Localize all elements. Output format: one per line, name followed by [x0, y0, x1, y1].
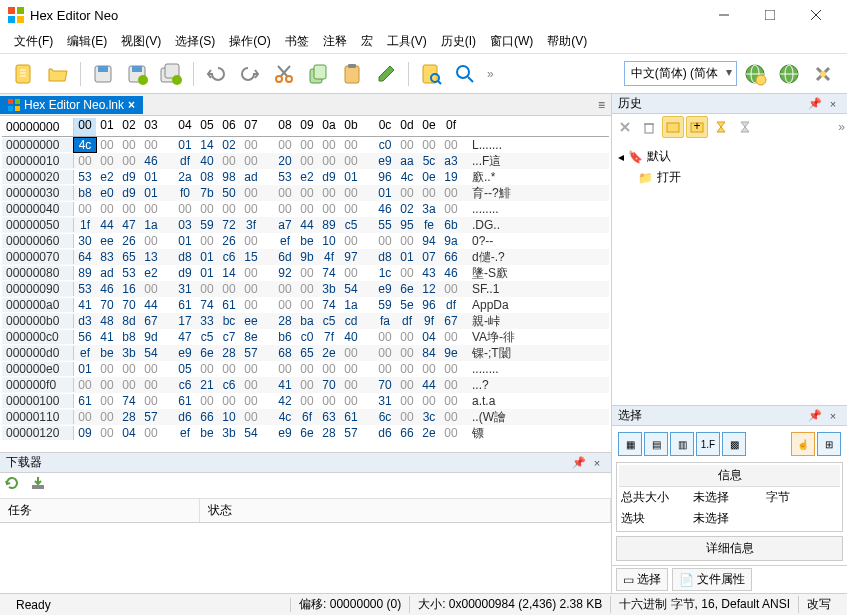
- panel-pin-icon[interactable]: 📌: [807, 96, 823, 112]
- settings-button[interactable]: [807, 58, 839, 90]
- hex-row[interactable]: 0000012009000400efbe3b54e96e2857d6662e00…: [2, 425, 609, 441]
- tab-close-icon[interactable]: ×: [128, 98, 135, 112]
- new-file-button[interactable]: [8, 58, 40, 90]
- hex-row[interactable]: 0000008089ad53e2d9011400920074001c004346…: [2, 265, 609, 281]
- hex-row[interactable]: 000000b0d3488d671733bcee28bac5cdfadf9f67…: [2, 313, 609, 329]
- hex-col-0f[interactable]: 0f: [440, 118, 462, 136]
- hex-row[interactable]: 0000002053e2d9012a0898ad53e2d901964c0e19…: [2, 169, 609, 185]
- open-file-button[interactable]: [42, 58, 74, 90]
- hex-col-08[interactable]: 08: [274, 118, 296, 136]
- hex-col-06[interactable]: 06: [218, 118, 240, 136]
- sel-btn-1[interactable]: ▦: [618, 432, 642, 456]
- save-as-button[interactable]: [121, 58, 153, 90]
- history-delete-button[interactable]: [638, 116, 660, 138]
- hex-col-07[interactable]: 07: [240, 118, 262, 136]
- history-overflow-icon[interactable]: »: [838, 120, 845, 134]
- sel-btn-5[interactable]: ▩: [722, 432, 746, 456]
- document-tab[interactable]: Hex Editor Neo.lnk ×: [0, 96, 143, 114]
- copy-button[interactable]: [302, 58, 334, 90]
- history-clear-button[interactable]: [614, 116, 636, 138]
- menu-view[interactable]: 视图(V): [115, 31, 167, 52]
- hex-col-0c[interactable]: 0c: [374, 118, 396, 136]
- hex-row[interactable]: 00000030b8e0d901f07b50000000000001000000…: [2, 185, 609, 201]
- hex-row[interactable]: 000000f000000000c621c6004100700070004400…: [2, 377, 609, 393]
- menu-bookmarks[interactable]: 书签: [279, 31, 315, 52]
- history-node-open[interactable]: 📁 打开: [618, 167, 841, 188]
- col-status[interactable]: 状态: [200, 499, 611, 522]
- undo-button[interactable]: [200, 58, 232, 90]
- toolbar-overflow-icon[interactable]: »: [487, 67, 494, 81]
- hex-row[interactable]: 000000c05641b89d47c5c78eb6c07f4000000400…: [2, 329, 609, 345]
- tab-file-props[interactable]: 📄文件属性: [672, 568, 752, 591]
- hex-col-02[interactable]: 02: [118, 118, 140, 136]
- sel-btn-6[interactable]: ⊞: [817, 432, 841, 456]
- tab-selection[interactable]: ▭选择: [616, 568, 668, 591]
- save-button[interactable]: [87, 58, 119, 90]
- close-button[interactable]: [793, 0, 839, 30]
- menu-annotate[interactable]: 注释: [317, 31, 353, 52]
- web-button-2[interactable]: [773, 58, 805, 90]
- tabs-menu-icon[interactable]: ≡: [592, 98, 611, 112]
- menu-macro[interactable]: 宏: [355, 31, 379, 52]
- hex-row[interactable]: 000000501f44471a0359723fa74489c55595fe6b…: [2, 217, 609, 233]
- hex-row[interactable]: 00000090534616003100000000003b54e96e1200…: [2, 281, 609, 297]
- hex-col-00[interactable]: 00: [74, 118, 96, 136]
- history-hourglass-button[interactable]: [710, 116, 732, 138]
- hex-row[interactable]: 0000006030ee260001002600efbe10000000949a…: [2, 233, 609, 249]
- paste-button[interactable]: [336, 58, 368, 90]
- panel-close-icon[interactable]: ×: [825, 408, 841, 424]
- panel-pin-icon[interactable]: 📌: [807, 408, 823, 424]
- sel-btn-2[interactable]: ▤: [644, 432, 668, 456]
- edit-button[interactable]: [370, 58, 402, 90]
- save-all-button[interactable]: [155, 58, 187, 90]
- menu-operations[interactable]: 操作(O): [223, 31, 276, 52]
- find-button[interactable]: [415, 58, 447, 90]
- hex-row[interactable]: 000000a041707044617461000000741a595e96df…: [2, 297, 609, 313]
- hex-col-0e[interactable]: 0e: [418, 118, 440, 136]
- menu-tools[interactable]: 工具(V): [381, 31, 433, 52]
- history-hourglass2-button[interactable]: [734, 116, 756, 138]
- hex-col-03[interactable]: 03: [140, 118, 162, 136]
- hex-row[interactable]: 000000e001000000050000000000000000000000…: [2, 361, 609, 377]
- selection-details-button[interactable]: 详细信息: [616, 536, 843, 561]
- hex-editor[interactable]: 00000000 000102030405060708090a0b0c0d0e0…: [0, 116, 611, 452]
- minimize-button[interactable]: [701, 0, 747, 30]
- hex-col-09[interactable]: 09: [296, 118, 318, 136]
- history-node-root[interactable]: ◂ 🔖 默认: [618, 146, 841, 167]
- hex-row[interactable]: 000000004c0000000114020000000000c0000000…: [2, 137, 609, 153]
- hex-col-0b[interactable]: 0b: [340, 118, 362, 136]
- history-mode1-button[interactable]: [662, 116, 684, 138]
- language-selector[interactable]: 中文(简体) (简体: [624, 61, 737, 86]
- hex-row[interactable]: 0000001000000046df40000020000000e9aa5ca3…: [2, 153, 609, 169]
- history-tree[interactable]: ◂ 🔖 默认 📁 打开: [612, 140, 847, 194]
- hex-col-04[interactable]: 04: [174, 118, 196, 136]
- hex-col-0a[interactable]: 0a: [318, 118, 340, 136]
- history-mode2-button[interactable]: +: [686, 116, 708, 138]
- cut-button[interactable]: [268, 58, 300, 90]
- hex-row[interactable]: 0000004000000000000000000000000046023a00…: [2, 201, 609, 217]
- menu-window[interactable]: 窗口(W): [484, 31, 539, 52]
- downloader-refresh-button[interactable]: [4, 475, 26, 497]
- downloader-download-button[interactable]: [30, 475, 52, 497]
- hex-row[interactable]: 000000d0efbe3b54e96e285768652e000000849e…: [2, 345, 609, 361]
- menu-select[interactable]: 选择(S): [169, 31, 221, 52]
- hex-row[interactable]: 0000007064836513d801c6156d9b4f97d8010766…: [2, 249, 609, 265]
- redo-button[interactable]: [234, 58, 266, 90]
- sel-btn-4[interactable]: 1.F: [696, 432, 720, 456]
- sel-btn-3[interactable]: ▥: [670, 432, 694, 456]
- panel-close-icon[interactable]: ×: [589, 455, 605, 471]
- col-task[interactable]: 任务: [0, 499, 200, 522]
- menu-file[interactable]: 文件(F): [8, 31, 59, 52]
- menu-history[interactable]: 历史(I): [435, 31, 482, 52]
- hex-col-01[interactable]: 01: [96, 118, 118, 136]
- tree-toggle-icon[interactable]: ◂: [618, 150, 624, 164]
- menu-help[interactable]: 帮助(V): [541, 31, 593, 52]
- panel-close-icon[interactable]: ×: [825, 96, 841, 112]
- hex-col-05[interactable]: 05: [196, 118, 218, 136]
- maximize-button[interactable]: [747, 0, 793, 30]
- menu-edit[interactable]: 编辑(E): [61, 31, 113, 52]
- panel-pin-icon[interactable]: 📌: [571, 455, 587, 471]
- sel-btn-hand[interactable]: ☝: [791, 432, 815, 456]
- web-button-1[interactable]: [739, 58, 771, 90]
- search-button[interactable]: [449, 58, 481, 90]
